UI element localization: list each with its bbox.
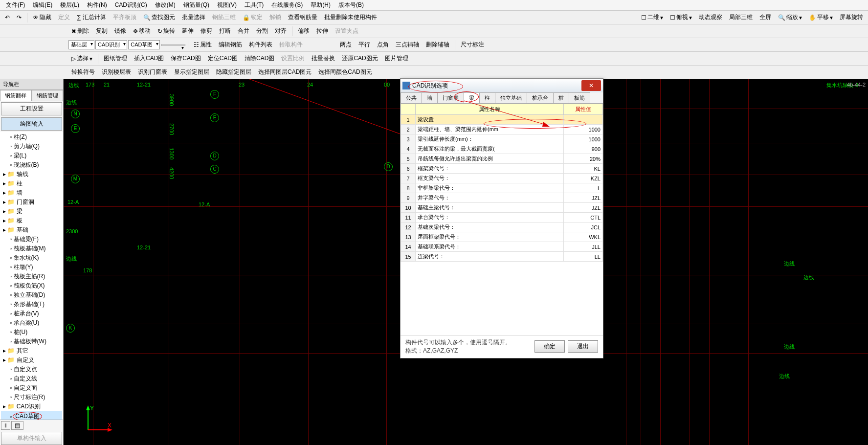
- prop-value[interactable]: CTL: [564, 213, 603, 222]
- tree-tab-icon[interactable]: ⦀: [1, 421, 10, 430]
- dialog-tab[interactable]: 墙: [422, 92, 438, 103]
- tree-item[interactable]: ▫ 筏板负筋(X): [1, 281, 62, 290]
- prop-value[interactable]: JZL: [564, 193, 603, 203]
- dialog-tab[interactable]: 公共: [401, 92, 422, 103]
- tb-batch-repl[interactable]: 批量替换: [309, 53, 338, 64]
- prop-name[interactable]: 无截面标注的梁，最大截面宽度(: [416, 144, 564, 154]
- tree-item[interactable]: ▫ 独立基础(D): [1, 290, 62, 300]
- tb-delete[interactable]: ✖ 删除: [68, 26, 92, 36]
- tree-item[interactable]: ▫ 梁(L): [1, 151, 62, 160]
- prop-name[interactable]: 基础主梁代号：: [416, 203, 564, 213]
- combo-empty[interactable]: [161, 44, 185, 46]
- tree-item[interactable]: ▫ CAD草图: [1, 411, 62, 420]
- prop-value[interactable]: JCL: [564, 222, 603, 232]
- tb-ident-floor[interactable]: 识别楼层表: [99, 67, 134, 77]
- tb-split[interactable]: 分割: [253, 26, 271, 36]
- tb-select[interactable]: ▷ 选择 ▾: [68, 53, 95, 64]
- tb-hide-layer[interactable]: 隐藏指定图层: [213, 67, 254, 77]
- tb-pan[interactable]: ✋ 平移 ▾: [806, 12, 836, 22]
- prop-value[interactable]: 1000: [564, 125, 603, 134]
- dialog-tab[interactable]: 独立基础: [495, 92, 527, 103]
- tb-move[interactable]: ✥ 移动: [130, 26, 154, 36]
- tb-clear-cad[interactable]: 清除CAD图: [242, 53, 277, 64]
- tree-item[interactable]: ▫ 筏板基础(M): [1, 244, 62, 253]
- tb-view-rebar[interactable]: 查看钢筋量: [285, 12, 320, 22]
- menu-file[interactable]: 文件(F): [2, 0, 29, 10]
- tree-item[interactable]: ▸ 📁 门窗洞: [1, 198, 62, 207]
- tb-restore-cad[interactable]: 还原CAD图元: [339, 53, 380, 64]
- prop-name[interactable]: 基础联系梁代号：: [416, 242, 564, 252]
- btn-single[interactable]: 单构件输入: [1, 432, 62, 445]
- tb-3pt[interactable]: 三点辅轴: [393, 40, 422, 50]
- dialog-tab[interactable]: 门窗洞: [437, 92, 464, 103]
- tb-stretch[interactable]: 拉伸: [313, 26, 331, 36]
- tb-dwg-mgr[interactable]: 图纸管理: [101, 53, 130, 64]
- ok-button[interactable]: 确定: [534, 340, 565, 353]
- menu-online[interactable]: 在线服务(S): [267, 0, 307, 10]
- tb-props[interactable]: ☷ 属性: [191, 40, 215, 50]
- tb-mirror[interactable]: 镜像: [111, 26, 129, 36]
- prop-name[interactable]: 非框架梁代号：: [416, 183, 564, 193]
- dialog-tab[interactable]: 柱: [479, 92, 495, 103]
- tree-item[interactable]: ▸ 📁 柱: [1, 179, 62, 188]
- tb-extend[interactable]: 延伸: [179, 26, 197, 36]
- menu-edit[interactable]: 编辑(E): [29, 0, 56, 10]
- tb-break[interactable]: 打断: [216, 26, 234, 36]
- tb-hide[interactable]: 👁 隐藏: [30, 12, 54, 22]
- tb-rotate[interactable]: 屏幕旋转: [837, 12, 866, 22]
- undo-icon[interactable]: ↶: [2, 13, 13, 22]
- combo-cad2[interactable]: CAD草图: [128, 40, 160, 49]
- tb-batch-sel[interactable]: 批量选择: [179, 12, 208, 22]
- prop-value[interactable]: KZL: [564, 174, 603, 183]
- tree-item[interactable]: ▸ 📁 CAD识别: [1, 402, 62, 411]
- tree-item[interactable]: ▫ 自定义线: [1, 374, 62, 383]
- btn-draw-input[interactable]: 绘图输入: [1, 117, 62, 131]
- menu-version[interactable]: 版本号(B): [334, 0, 368, 10]
- tb-sel-color[interactable]: 选择同颜色CAD图元: [315, 67, 375, 77]
- tb-copy[interactable]: 复制: [93, 26, 111, 36]
- tb-align[interactable]: 对齐: [272, 26, 289, 36]
- tb-merge[interactable]: 合并: [235, 26, 252, 36]
- tb-save-cad[interactable]: 保存CAD图: [168, 53, 203, 64]
- tb-parallel[interactable]: 平行: [356, 40, 373, 50]
- menu-floor[interactable]: 楼层(L): [56, 0, 83, 10]
- tree-item[interactable]: ▸ 📁 梁: [1, 207, 62, 216]
- menu-modify[interactable]: 修改(M): [151, 0, 179, 10]
- tb-trim[interactable]: 修剪: [198, 26, 215, 36]
- tb-sum[interactable]: ∑ 汇总计算: [74, 12, 109, 22]
- tb-ptang[interactable]: 点角: [374, 40, 392, 50]
- tree-item[interactable]: ▫ 尺寸标注(R): [1, 393, 62, 402]
- prop-value[interactable]: KL: [564, 164, 603, 174]
- menu-help[interactable]: 帮助(H): [307, 0, 334, 10]
- tb-grip[interactable]: 设置夹点: [332, 26, 361, 36]
- tb-3d[interactable]: 钢筋三维: [209, 12, 239, 22]
- prop-name[interactable]: 框支梁代号：: [416, 174, 564, 183]
- tree-item[interactable]: ▫ 桩(U): [1, 328, 62, 337]
- menu-tools[interactable]: 工具(T): [241, 0, 267, 10]
- tree-item[interactable]: ▫ 集水坑(K): [1, 253, 62, 263]
- prop-name[interactable]: 梁引线延伸长度(mm)：: [416, 134, 564, 144]
- tb-zoom[interactable]: 🔍 缩放 ▾: [775, 12, 805, 22]
- prop-value[interactable]: LL: [564, 252, 603, 262]
- cancel-button[interactable]: 退出: [568, 340, 598, 353]
- tree-item[interactable]: ▫ 桩承台(V): [1, 309, 62, 318]
- prop-value[interactable]: JZL: [564, 203, 603, 213]
- tree-item[interactable]: ▫ 现浇板(B): [1, 160, 62, 170]
- tb-dim[interactable]: 尺寸标注: [458, 40, 487, 50]
- prop-name[interactable]: 梁设置: [416, 115, 564, 125]
- prop-value[interactable]: L: [564, 183, 603, 193]
- tb-full[interactable]: 全屏: [757, 12, 774, 22]
- tb-lock[interactable]: 🔒 锁定: [240, 12, 266, 22]
- tb-edit-rebar[interactable]: 编辑钢筋: [216, 40, 245, 50]
- prop-name[interactable]: 连梁代号：: [416, 252, 564, 262]
- tree-item[interactable]: ▸ 📁 基础: [1, 225, 62, 235]
- tb-ident-door[interactable]: 识别门窗表: [135, 67, 170, 77]
- dialog-tab[interactable]: 板筋: [569, 92, 590, 103]
- tb-local3d[interactable]: 局部三维: [726, 12, 756, 22]
- tree-item[interactable]: ▫ 剪力墙(Q): [1, 142, 62, 151]
- tree-item[interactable]: ▸ 📁 轴线: [1, 170, 62, 179]
- tb-show-layer[interactable]: 显示指定图层: [171, 67, 212, 77]
- tree-item[interactable]: ▸ 📁 自定义: [1, 356, 62, 365]
- combo-cad1[interactable]: CAD识别: [95, 40, 127, 49]
- prop-name[interactable]: 屋面框架梁代号：: [416, 232, 564, 242]
